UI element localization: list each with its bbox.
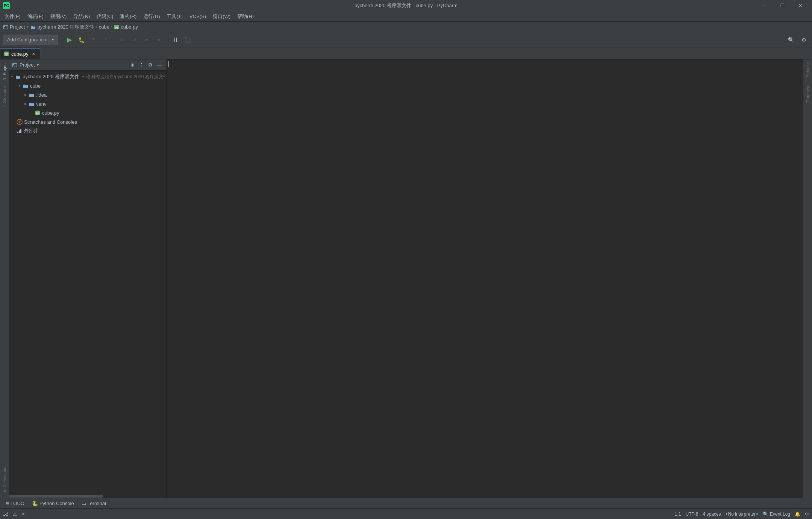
project-icon: [3, 24, 8, 30]
horizontal-scrollbar-thumb[interactable]: [9, 495, 103, 498]
menu-vcs[interactable]: VCS(S): [186, 12, 209, 21]
python-file-icon: py: [35, 110, 41, 116]
tree-label-ext-lib: 外部库: [24, 127, 39, 134]
status-settings-icon: ⚙: [805, 511, 809, 517]
locate-file-button[interactable]: ⊕: [128, 61, 136, 69]
compact-dirs-button[interactable]: ⋮: [137, 61, 145, 69]
coverage-button[interactable]: ☂: [88, 35, 99, 45]
pause-button[interactable]: ⏸: [170, 35, 181, 45]
project-dropdown-icon[interactable]: ▾: [37, 63, 39, 67]
menu-navigate[interactable]: 导航(N): [70, 12, 93, 21]
status-bar-left: ⎇ ⚠ ✕: [3, 511, 25, 517]
notifications-status[interactable]: 🔔: [795, 511, 800, 517]
breadcrumb-py-icon: py: [114, 24, 119, 30]
profile-button[interactable]: ⏱: [100, 35, 111, 45]
add-configuration-button[interactable]: Add Configuration... ▾: [3, 35, 58, 45]
tree-item-scratches[interactable]: Scratches and Consoles: [9, 117, 167, 126]
cursor-position-status[interactable]: 1:1: [675, 511, 681, 517]
settings-button[interactable]: ⚙: [798, 35, 809, 45]
tree-label-venv: venv: [36, 101, 46, 107]
project-panel-title: Project: [20, 62, 35, 68]
panel-settings-button[interactable]: ⚙: [146, 61, 155, 69]
menu-help[interactable]: 帮助(H): [234, 12, 257, 21]
tree-label-idea: .idea: [36, 92, 47, 98]
menu-tools[interactable]: 工具(T): [164, 12, 186, 21]
sciview-tab[interactable]: SciView: [805, 61, 811, 79]
toolbar-left: Add Configuration... ▾ ▶ 🐛 ☂ ⏱ ↻ ↺ ⬅ ➡ ⏸…: [3, 35, 193, 45]
breadcrumb-cube[interactable]: cube: [99, 24, 109, 30]
goto-next-button[interactable]: ➡: [153, 35, 164, 45]
svg-rect-13: [17, 132, 18, 133]
sidebar-tab-structure[interactable]: 2: Structure: [2, 85, 8, 109]
update-button[interactable]: ↻: [117, 35, 128, 45]
project-panel-header-right: ⊕ ⋮ ⚙ —: [128, 61, 164, 69]
rollback-button[interactable]: ↺: [129, 35, 140, 45]
breadcrumb-project[interactable]: Project: [10, 24, 25, 30]
run-button[interactable]: ▶: [64, 35, 75, 45]
stop-button[interactable]: ⬛: [182, 35, 193, 45]
tree-item-root[interactable]: ▼ pycharm 2020 程序源文件 F:\各种专业程序\pycharm 2…: [9, 72, 167, 81]
tree-item-cube[interactable]: ▼ cube: [9, 81, 167, 90]
toolbar-separator: [61, 36, 61, 44]
indent-label: 4 spaces: [703, 511, 721, 517]
project-tree[interactable]: ▼ pycharm 2020 程序源文件 F:\各种专业程序\pycharm 2…: [9, 71, 167, 495]
sidebar-tab-favorites[interactable]: ★ 2: Favorites: [1, 464, 8, 495]
menu-run[interactable]: 运行(U): [140, 12, 163, 21]
editor-area: [167, 59, 803, 498]
close-button[interactable]: ✕: [792, 0, 809, 11]
project-panel: Project ▾ ⊕ ⋮ ⚙ — ▼ pych: [9, 59, 167, 498]
warning-icon: ⚠: [13, 511, 17, 517]
tree-item-idea[interactable]: ▶ .idea: [9, 90, 167, 99]
terminal-icon: ▭: [82, 501, 86, 506]
tab-cube-py[interactable]: py cube.py ✕: [0, 48, 40, 59]
todo-tool[interactable]: ≡ TODO: [3, 499, 27, 507]
tree-arrow-ext-lib: [11, 128, 17, 134]
menu-view[interactable]: 视图(V): [47, 12, 70, 21]
errors-status[interactable]: ✕: [21, 511, 25, 517]
horizontal-scrollbar[interactable]: [9, 495, 167, 498]
indent-status[interactable]: 4 spaces: [703, 511, 721, 517]
warnings-status[interactable]: ⚠: [13, 511, 17, 517]
sidebar-separator: [1, 83, 8, 83]
database-tab[interactable]: Database: [805, 83, 811, 104]
bell-icon: 🔔: [795, 511, 800, 517]
python-console-tool[interactable]: 🐍 Python Console: [29, 499, 77, 507]
tab-close-button[interactable]: ✕: [31, 51, 36, 56]
tree-item-ext-lib[interactable]: 外部库: [9, 126, 167, 135]
toolbar-separator-3: [167, 36, 167, 44]
sidebar-tab-project[interactable]: 1: Project: [2, 61, 8, 81]
encoding-status[interactable]: UTF-8: [686, 511, 698, 517]
menu-file[interactable]: 文件(F): [2, 12, 24, 21]
search-everywhere-button[interactable]: 🔍: [786, 35, 796, 45]
settings-status[interactable]: ⚙: [805, 511, 809, 517]
editor-content[interactable]: [167, 59, 803, 498]
menu-window[interactable]: 窗口(W): [210, 12, 233, 21]
breadcrumb-root[interactable]: pycharm 2020 程序源文件: [37, 24, 94, 30]
maximize-button[interactable]: ❐: [774, 0, 791, 11]
menu-code[interactable]: 代码(C): [94, 12, 116, 21]
git-branch-status[interactable]: ⎇: [3, 511, 8, 517]
python-console-label: Python Console: [39, 501, 74, 506]
right-sidebar-strip: SciView Database: [803, 59, 812, 498]
add-config-label: Add Configuration...: [7, 37, 50, 42]
goto-prev-button[interactable]: ⬅: [141, 35, 152, 45]
breadcrumb-file[interactable]: cube.py: [121, 24, 138, 30]
hide-panel-button[interactable]: —: [155, 61, 164, 69]
minimize-button[interactable]: —: [756, 0, 773, 11]
event-log-status[interactable]: 🔍 Event Log: [763, 511, 790, 517]
terminal-tool[interactable]: ▭ Terminal: [79, 499, 109, 507]
git-icon: ⎇: [3, 511, 8, 517]
folder-icon-cube: [23, 83, 29, 89]
svg-text:py: py: [5, 53, 8, 56]
menu-refactor[interactable]: 重构(R): [117, 12, 139, 21]
tree-item-venv[interactable]: ▶ venv: [9, 99, 167, 108]
svg-text:PC: PC: [4, 4, 9, 8]
tree-item-cube-py[interactable]: py cube.py: [9, 108, 167, 117]
interpreter-status[interactable]: <No interpreter>: [726, 511, 758, 517]
project-panel-title-area: Project ▾: [12, 62, 39, 68]
menu-edit[interactable]: 编辑(E): [24, 12, 47, 21]
cursor-position-label: 1:1: [675, 511, 681, 517]
debug-button[interactable]: 🐛: [76, 35, 87, 45]
main-layout: 1: Project 2: Structure ★ 2: Favorites P…: [0, 59, 812, 498]
dropdown-chevron-icon: ▾: [52, 38, 54, 42]
